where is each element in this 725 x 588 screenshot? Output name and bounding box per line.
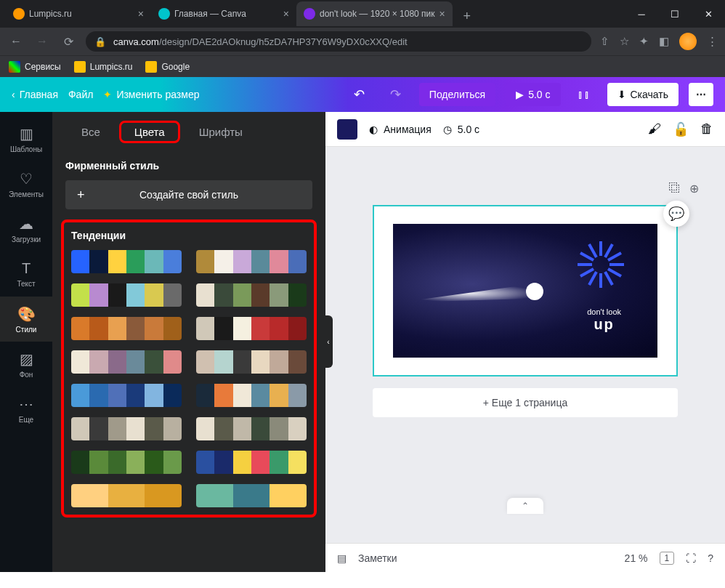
- palette-color: [163, 317, 182, 340]
- sidebar-templates[interactable]: ▥Шаблоны: [0, 116, 52, 161]
- palette-item[interactable]: [196, 417, 307, 440]
- sidebar-text[interactable]: TТекст: [0, 251, 52, 297]
- share-button[interactable]: Поделиться: [419, 83, 495, 106]
- palette-color: [251, 417, 270, 440]
- palette-item[interactable]: [71, 484, 182, 507]
- play-button[interactable]: ▶5.0 с: [506, 83, 560, 106]
- palette-item[interactable]: [196, 384, 307, 407]
- comment-fab[interactable]: 💬: [663, 201, 689, 227]
- share-icon[interactable]: ⇧: [600, 35, 609, 48]
- palette-item[interactable]: [196, 484, 307, 507]
- profile-avatar[interactable]: [679, 33, 697, 50]
- sidebar-styles[interactable]: 🎨Стили: [0, 297, 52, 342]
- menu-icon[interactable]: ⋮: [707, 35, 718, 48]
- panel-tab-colors[interactable]: Цвета: [119, 121, 180, 143]
- palette-color: [71, 350, 89, 374]
- bookmark-services[interactable]: Сервисы: [9, 61, 61, 73]
- extensions-icon[interactable]: ✦: [639, 35, 649, 48]
- add-page-button[interactable]: + Еще 1 страница: [373, 388, 678, 417]
- slide-content[interactable]: don't look up: [393, 224, 657, 358]
- create-style-button[interactable]: + Создайте свой стиль: [65, 180, 312, 209]
- undo-button[interactable]: ↶: [347, 81, 373, 108]
- palette-item[interactable]: [71, 250, 182, 273]
- help-icon[interactable]: ?: [708, 552, 713, 564]
- palette-item[interactable]: [71, 317, 182, 340]
- duration-button[interactable]: ◷5.0 с: [443, 124, 479, 135]
- add-page-icon[interactable]: ⊕: [689, 182, 699, 196]
- minimize-button[interactable]: ─: [625, 0, 658, 28]
- zoom-level[interactable]: 21 %: [625, 552, 648, 564]
- browser-tab[interactable]: Lumpics.ru ×: [6, 1, 151, 26]
- palette-color: [126, 250, 145, 273]
- palette-item[interactable]: [196, 283, 307, 307]
- palette-color: [196, 384, 214, 407]
- canvas-background[interactable]: ⿻ ⊕ don't look: [325, 147, 725, 543]
- palette-color: [145, 384, 163, 407]
- palette-item[interactable]: [71, 451, 182, 474]
- palette-item[interactable]: [71, 350, 182, 374]
- palettes-grid: [71, 250, 307, 507]
- resize-button[interactable]: ✦Изменить размер: [103, 89, 199, 100]
- color-swatch[interactable]: [337, 119, 357, 140]
- favicon-icon: [304, 8, 315, 20]
- palette-color: [214, 350, 232, 374]
- palette-color: [108, 451, 126, 474]
- sidebar-elements[interactable]: ♡Элементы: [0, 161, 52, 206]
- trash-icon[interactable]: 🗑: [700, 121, 713, 137]
- sidebar-background[interactable]: ▨Фон: [0, 342, 52, 387]
- browser-tab-active[interactable]: don't look — 1920 × 1080 пик ×: [296, 1, 453, 26]
- palette-item[interactable]: [196, 350, 307, 374]
- notes-button[interactable]: Заметки: [358, 552, 397, 564]
- lock-icon[interactable]: 🔓: [673, 121, 689, 137]
- maximize-button[interactable]: ☐: [658, 0, 692, 28]
- apps-icon: [9, 61, 20, 73]
- palette-item[interactable]: [196, 250, 307, 273]
- palette-color: [89, 417, 108, 440]
- redo-button[interactable]: ↷: [383, 81, 409, 108]
- browser-tabs: Lumpics.ru × Главная — Canva × don't loo…: [6, 1, 477, 26]
- home-link[interactable]: ‹Главная: [12, 89, 58, 100]
- palette-color: [233, 484, 270, 507]
- close-icon[interactable]: ×: [283, 8, 289, 20]
- reload-button[interactable]: ⟳: [60, 35, 77, 49]
- palette-item[interactable]: [196, 317, 307, 340]
- page-navigator-chip[interactable]: ⌃: [507, 498, 543, 514]
- star-icon[interactable]: ☆: [620, 35, 629, 48]
- more-icon: ⋯: [19, 395, 33, 413]
- panel-tab-fonts[interactable]: Шрифты: [187, 120, 254, 144]
- close-window-button[interactable]: ✕: [692, 0, 725, 28]
- svg-point-0: [526, 283, 543, 300]
- bookmark-google[interactable]: Google: [145, 61, 190, 73]
- duplicate-page-icon[interactable]: ⿻: [669, 182, 681, 196]
- trends-highlight-box: Тенденции: [61, 220, 317, 517]
- sidebar-uploads[interactable]: ☁Загрузки: [0, 206, 52, 251]
- slide-text[interactable]: don't look up: [587, 307, 621, 333]
- brand-section-title: Фирменный стиль: [65, 160, 312, 172]
- new-tab-button[interactable]: +: [457, 6, 477, 26]
- sidebar-more[interactable]: ⋯Еще: [0, 387, 52, 432]
- close-icon[interactable]: ×: [138, 8, 144, 20]
- palette-item[interactable]: [71, 417, 182, 440]
- file-menu[interactable]: Файл: [68, 89, 93, 100]
- artboard[interactable]: don't look up 💬: [373, 205, 678, 376]
- fullscreen-icon[interactable]: ⛶: [686, 552, 696, 564]
- browser-tab[interactable]: Главная — Canva ×: [151, 1, 296, 26]
- palette-color: [196, 417, 214, 440]
- palette-item[interactable]: [71, 283, 182, 307]
- puzzle-icon[interactable]: ◧: [659, 35, 669, 48]
- url-input[interactable]: 🔒 canva.com/design/DAE2dAOknug/h5zDA7HP3…: [86, 31, 591, 52]
- animation-button[interactable]: ◐Анимация: [369, 124, 432, 135]
- download-button[interactable]: ⬇Скачать: [607, 83, 679, 106]
- back-button[interactable]: ←: [7, 35, 25, 48]
- palette-item[interactable]: [71, 384, 182, 407]
- bookmark-lumpics[interactable]: Lumpics.ru: [74, 61, 133, 73]
- close-icon[interactable]: ×: [440, 8, 445, 20]
- forward-button[interactable]: →: [33, 35, 51, 48]
- paint-roller-icon[interactable]: 🖌: [648, 121, 661, 137]
- palette-color: [288, 451, 307, 474]
- more-button[interactable]: ⋯: [689, 83, 713, 106]
- palette-item[interactable]: [196, 451, 307, 474]
- stats-button[interactable]: ⫾⫾: [571, 81, 597, 108]
- panel-tab-all[interactable]: Все: [70, 120, 112, 144]
- page-count[interactable]: 1: [660, 552, 675, 565]
